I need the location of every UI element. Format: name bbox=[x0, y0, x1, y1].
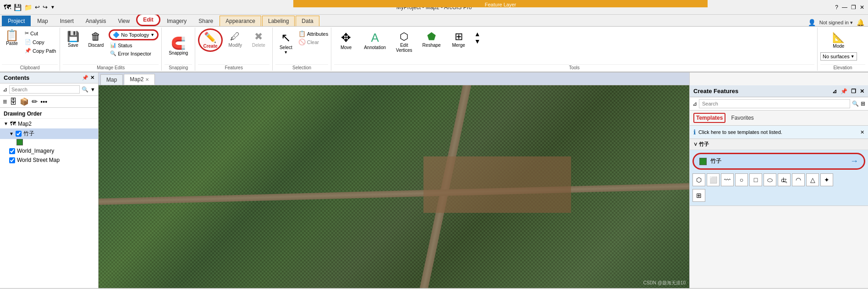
error-inspector-button[interactable]: 🔍 Error Inspector bbox=[109, 50, 159, 57]
status-button[interactable]: 📊 Status bbox=[109, 42, 159, 49]
database-icon[interactable]: 🗄 bbox=[10, 98, 17, 106]
panel-filter-search-icon: ⊿ bbox=[692, 100, 697, 107]
tab-appearance[interactable]: Appearance bbox=[220, 16, 261, 26]
quick-access-open[interactable]: 📁 bbox=[24, 4, 32, 11]
tab-insert[interactable]: Insert bbox=[55, 16, 79, 26]
search-icon[interactable]: 🔍 bbox=[82, 86, 88, 93]
tool-circle[interactable]: ○ bbox=[735, 173, 748, 186]
copy-path-button[interactable]: 📌 Copy Path bbox=[23, 47, 58, 55]
tab-map[interactable]: Map bbox=[32, 16, 53, 26]
attributes-button[interactable]: 📋 Attributes bbox=[298, 30, 328, 37]
paste-button[interactable]: 📋 Paste bbox=[2, 28, 22, 48]
contents-search-input[interactable] bbox=[9, 85, 80, 94]
signin-label[interactable]: Not signed in ▾ bbox=[819, 20, 853, 26]
tab-labeling[interactable]: Labeling bbox=[262, 16, 295, 26]
tab-close-icon[interactable]: ✕ bbox=[145, 77, 149, 82]
panel-search-icon[interactable]: 🔍 bbox=[852, 100, 859, 107]
tool-grid[interactable]: ⊞ bbox=[692, 189, 705, 202]
pencil-icon[interactable]: ✏ bbox=[32, 97, 38, 106]
quick-access-save[interactable]: 💾 bbox=[14, 4, 22, 11]
favorites-tab[interactable]: Favorites bbox=[729, 114, 755, 122]
sidebar-close-icon[interactable]: ✕ bbox=[90, 75, 94, 81]
tab-analysis[interactable]: Analysis bbox=[80, 16, 112, 26]
tool-star[interactable]: ✦ bbox=[820, 173, 833, 186]
tool-ellipse[interactable]: ⬭ bbox=[764, 173, 776, 186]
contents-toolbar: ≡ 🗄 📦 ✏ ••• bbox=[0, 96, 98, 108]
layer-checkbox-imagery[interactable] bbox=[9, 148, 15, 154]
tool-arc[interactable]: ◠ bbox=[792, 173, 805, 186]
panel-info-message[interactable]: ℹ Click here to see templates not listed… bbox=[690, 126, 868, 139]
feature-layer-header: Feature Layer bbox=[293, 0, 708, 7]
cut-icon: ✂ bbox=[25, 30, 29, 36]
user-icon: 👤 bbox=[808, 19, 816, 26]
expand-icon: ▼ bbox=[4, 121, 8, 126]
more-icon[interactable]: ••• bbox=[40, 98, 47, 106]
panel-close-icon[interactable]: ✕ bbox=[860, 88, 864, 94]
select-button[interactable]: ↖ Select ▼ bbox=[275, 28, 297, 57]
template-item-zhizi[interactable]: 竹子 → bbox=[692, 153, 865, 170]
select-dropdown[interactable]: ▼ bbox=[284, 50, 288, 55]
tab-imagery[interactable]: Imagery bbox=[161, 16, 192, 26]
modify-button[interactable]: 🖊 Modify bbox=[225, 28, 246, 50]
clear-button[interactable]: 🚫 Clear bbox=[298, 39, 328, 45]
tab-map-view[interactable]: Map bbox=[100, 74, 123, 85]
layer-list-icon[interactable]: ≡ bbox=[3, 98, 7, 106]
save-button[interactable]: 💾 Save bbox=[63, 28, 83, 50]
quick-access-undo[interactable]: ↩ bbox=[35, 4, 40, 11]
cut-button[interactable]: ✂ Cut bbox=[23, 29, 58, 37]
features-group-label: Features bbox=[198, 64, 269, 71]
templates-tab[interactable]: Templates bbox=[693, 113, 725, 123]
layer-checkbox-street-map[interactable] bbox=[9, 157, 15, 163]
tab-map2-view[interactable]: Map2 ✕ bbox=[124, 74, 155, 85]
merge-button[interactable]: ⊞ Merge bbox=[447, 28, 471, 50]
copy-button[interactable]: 📄 Copy bbox=[23, 38, 58, 46]
pin-icon[interactable]: 📌 bbox=[82, 75, 88, 81]
quick-access-redo[interactable]: ↪ bbox=[43, 4, 48, 11]
snapping-button[interactable]: 🧲 Snapping bbox=[165, 34, 192, 58]
search-options-icon[interactable]: ▼ bbox=[90, 87, 95, 92]
move-button[interactable]: ✥ Move bbox=[334, 28, 358, 52]
copy-icon: 📄 bbox=[25, 39, 31, 45]
tab-share[interactable]: Share bbox=[193, 16, 219, 26]
scroll-down[interactable]: ▼ bbox=[474, 38, 481, 45]
snapping-icon: 🧲 bbox=[171, 36, 186, 50]
no-surfaces-dropdown[interactable]: No surfaces ▼ bbox=[820, 52, 857, 61]
help-button[interactable]: ? bbox=[835, 4, 838, 11]
reshape-button[interactable]: ⬟ Reshape bbox=[418, 28, 445, 50]
restore-button[interactable]: ❐ bbox=[851, 4, 856, 11]
layer-item-map2[interactable]: ▼ 🗺 Map2 bbox=[0, 119, 98, 128]
layer-item-world-imagery[interactable]: World_Imagery bbox=[0, 146, 98, 156]
tool-curve[interactable]: ꭦ bbox=[778, 173, 791, 186]
tool-polygon[interactable]: ⬡ bbox=[692, 173, 705, 186]
panel-view-icon[interactable]: ⊞ bbox=[861, 100, 865, 107]
tab-project[interactable]: Project bbox=[2, 16, 31, 26]
discard-button[interactable]: 🗑 Discard bbox=[85, 28, 107, 50]
panel-restore-icon[interactable]: ❐ bbox=[851, 88, 856, 94]
delete-button[interactable]: ✖ Delete bbox=[248, 28, 269, 50]
quick-access-dropdown[interactable]: ▼ bbox=[50, 5, 55, 10]
panel-search-input[interactable] bbox=[699, 99, 850, 108]
close-button[interactable]: ✕ bbox=[860, 4, 864, 11]
tab-edit[interactable]: Edit bbox=[136, 13, 160, 26]
create-button[interactable]: ✏️ Create bbox=[198, 28, 222, 52]
info-close-icon[interactable]: ✕ bbox=[860, 129, 864, 135]
layer-icon[interactable]: 📦 bbox=[20, 97, 29, 106]
tool-rectangle-select[interactable]: ⬜ bbox=[707, 173, 720, 186]
scroll-up[interactable]: ▲ bbox=[474, 30, 481, 38]
tab-data[interactable]: Data bbox=[296, 16, 319, 26]
layer-item-world-street-map[interactable]: World Street Map bbox=[0, 156, 98, 165]
minimize-button[interactable]: — bbox=[842, 4, 847, 11]
tool-freehand[interactable]: 〰 bbox=[721, 173, 734, 186]
tab-view[interactable]: View bbox=[112, 16, 135, 26]
panel-filter-icon[interactable]: ⊿ bbox=[832, 88, 837, 94]
panel-pin-icon[interactable]: 📌 bbox=[841, 88, 847, 94]
tool-square[interactable]: □ bbox=[749, 173, 762, 186]
tool-triangle[interactable]: △ bbox=[806, 173, 819, 186]
layer-item-zhizi[interactable]: ▼ 竹子 bbox=[0, 128, 98, 139]
edit-vertices-button[interactable]: ⬡ EditVertices bbox=[392, 28, 417, 55]
annotation-button[interactable]: A Annotation bbox=[360, 28, 390, 52]
notification-icon[interactable]: 🔔 bbox=[857, 19, 864, 26]
topology-dropdown[interactable]: 🔷 No Topology ▼ bbox=[109, 29, 159, 40]
mode-button[interactable]: 📐 Mode bbox=[820, 29, 857, 51]
layer-checkbox-zhizi[interactable] bbox=[16, 131, 22, 137]
